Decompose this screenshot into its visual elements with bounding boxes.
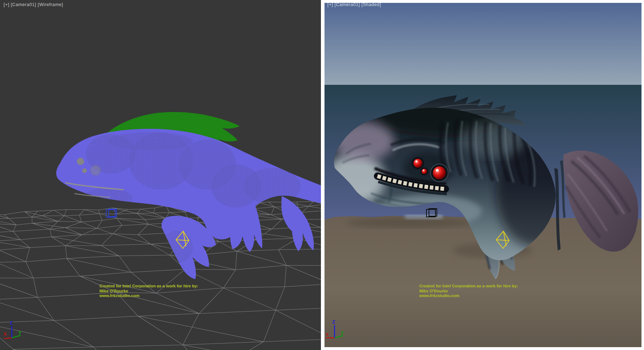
viewport-label-right: [+] [Camera01] [Shaded] bbox=[327, 2, 381, 7]
axis-z-label: Z bbox=[332, 319, 335, 325]
fish-shadow bbox=[346, 217, 475, 228]
viewport-general-menu[interactable]: [+] bbox=[4, 2, 9, 7]
axis-x-label: x bbox=[326, 331, 329, 337]
axis-y-label: y bbox=[19, 329, 21, 335]
watermark-text: Created for Intel Corporation as a work … bbox=[419, 284, 518, 298]
axis-y-label: y bbox=[341, 330, 344, 335]
viewport-pov-menu[interactable]: [Camera01] bbox=[11, 2, 36, 7]
axis-x-label: X bbox=[4, 331, 7, 337]
viewport-camera01-shaded-active[interactable]: x Z y [+] [Camera01] [Shaded] Created fo… bbox=[321, 0, 644, 350]
axis-z-label: Z bbox=[10, 320, 13, 326]
viewport-shading-menu[interactable]: [Wireframe] bbox=[38, 2, 63, 7]
sky-backdrop bbox=[321, 0, 644, 85]
viewport-general-menu[interactable]: [+] bbox=[327, 2, 333, 7]
viewport-camera01-wireframe[interactable]: X Z y [+] [Camera01] [Wireframe] Created… bbox=[0, 0, 321, 350]
dual-viewport-stage: X Z y [+] [Camera01] [Wireframe] Created… bbox=[0, 0, 644, 350]
viewport-shading-menu[interactable]: [Shaded] bbox=[361, 2, 381, 7]
watermark-text: Created for Intel Corporation as a work … bbox=[99, 284, 198, 298]
wire-stipple-fin bbox=[161, 231, 193, 263]
viewport-label-left: [+] [Camera01] [Wireframe] bbox=[4, 2, 63, 7]
viewport-pov-menu[interactable]: [Camera01] bbox=[335, 2, 360, 7]
